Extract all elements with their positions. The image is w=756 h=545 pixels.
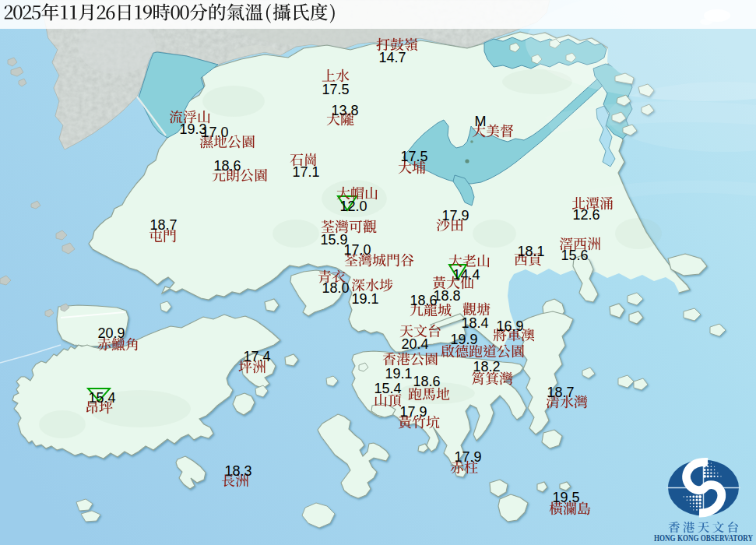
svg-text:18.2: 18.2 <box>473 359 500 374</box>
svg-text:20.9: 20.9 <box>97 325 125 341</box>
svg-text:17.1: 17.1 <box>292 164 319 180</box>
svg-text:19.1: 19.1 <box>351 291 378 307</box>
svg-text:17.4: 17.4 <box>243 349 270 364</box>
svg-text:12.6: 12.6 <box>572 207 600 223</box>
svg-text:18.6: 18.6 <box>413 374 440 389</box>
svg-text:18.1: 18.1 <box>517 244 544 259</box>
svg-text:17.9: 17.9 <box>454 449 481 465</box>
svg-text:12.0: 12.0 <box>339 199 367 214</box>
svg-text:18.7: 18.7 <box>547 385 574 400</box>
svg-text:20.4: 20.4 <box>401 336 428 352</box>
svg-text:18.4: 18.4 <box>461 315 488 331</box>
svg-text:13.8: 13.8 <box>331 103 358 118</box>
svg-text:HONG KONG OBSERVATORY: HONG KONG OBSERVATORY <box>654 533 753 543</box>
svg-text:15.4: 15.4 <box>88 390 115 406</box>
svg-text:17.0: 17.0 <box>343 242 371 258</box>
svg-text:16.9: 16.9 <box>496 318 523 334</box>
svg-text:19.5: 19.5 <box>552 490 579 505</box>
svg-text:15.6: 15.6 <box>561 248 588 263</box>
svg-text:17.9: 17.9 <box>441 208 469 223</box>
svg-text:18.7: 18.7 <box>149 217 177 233</box>
svg-text:18.0: 18.0 <box>322 280 349 296</box>
svg-text:18.3: 18.3 <box>224 463 251 479</box>
svg-text:14.4: 14.4 <box>452 267 480 283</box>
svg-text:M: M <box>475 114 487 129</box>
svg-text:18.8: 18.8 <box>433 288 460 304</box>
svg-text:17.5: 17.5 <box>322 82 349 97</box>
svg-text:18.6: 18.6 <box>213 158 241 174</box>
svg-text:17.0: 17.0 <box>201 125 228 140</box>
svg-text:15.4: 15.4 <box>374 381 401 396</box>
svg-text:18.6: 18.6 <box>410 293 437 308</box>
svg-text:19.9: 19.9 <box>450 332 477 347</box>
svg-text:19.1: 19.1 <box>385 366 412 382</box>
svg-text:17.5: 17.5 <box>400 149 427 164</box>
svg-text:14.7: 14.7 <box>378 50 406 65</box>
svg-text:17.9: 17.9 <box>399 404 427 420</box>
